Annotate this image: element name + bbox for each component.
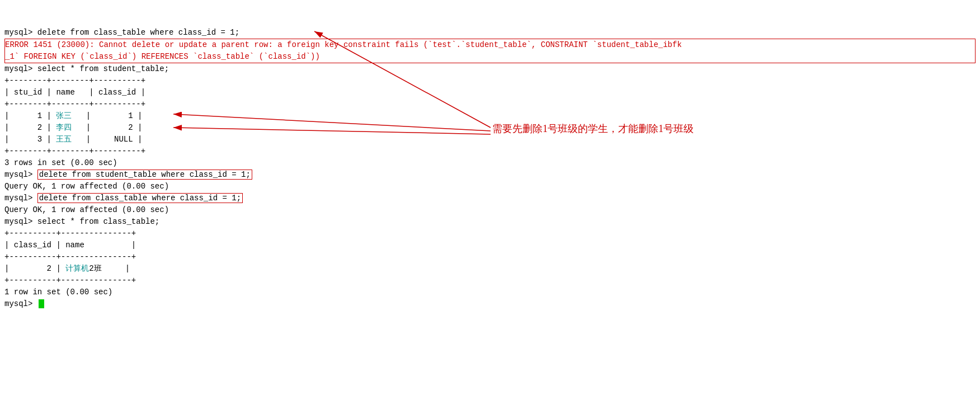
terminal-line: | 2 | 计算机2班 | [4,263,976,275]
terminal-line: mysql> delete from class_table where cla… [4,192,976,204]
terminal-line: +----------+---------------+ [4,228,976,239]
terminal-line: +--------+--------+----------+ [4,75,976,87]
terminal-line: Query OK, 1 row affected (0.00 sec) [4,204,976,216]
terminal-line: | 3 | 王五 | NULL | [4,134,976,145]
terminal-line: | class_id | name | [4,239,976,251]
terminal-cursor [39,299,44,308]
terminal-line: mysql> select * from class_table; [4,216,976,228]
terminal-line: +----------+---------------+ [4,251,976,263]
terminal-line: mysql> delete from class_table where cla… [4,27,976,39]
terminal-line: mysql> [4,298,976,310]
terminal-line: +----------+---------------+ [4,275,976,286]
terminal-line: | stu_id | name | class_id | [4,87,976,98]
error-block: ERROR 1451 (23000): Cannot delete or upd… [4,39,976,63]
annotation-text: 需要先删除1号班级的学生，才能删除1号班级 [492,122,694,135]
terminal-line: mysql> select * from student_table; [4,63,976,75]
terminal-line: Query OK, 1 row affected (0.00 sec) [4,181,976,192]
terminal-line: | 2 | 李四 | 2 | [4,122,976,134]
terminal-line: ERROR 1451 (23000): Cannot delete or upd… [5,39,975,51]
terminal: mysql> delete from class_table where cla… [0,0,980,313]
terminal-line: 3 rows in set (0.00 sec) [4,157,976,169]
terminal-line: 1 row in set (0.00 sec) [4,286,976,298]
terminal-line: _1` FOREIGN KEY (`class_id`) REFERENCES … [5,51,975,63]
terminal-line: +--------+--------+----------+ [4,145,976,157]
terminal-line: +--------+--------+----------+ [4,98,976,110]
terminal-line: mysql> delete from student_table where c… [4,169,976,181]
terminal-line: | 1 | 张三 | 1 | [4,110,976,122]
